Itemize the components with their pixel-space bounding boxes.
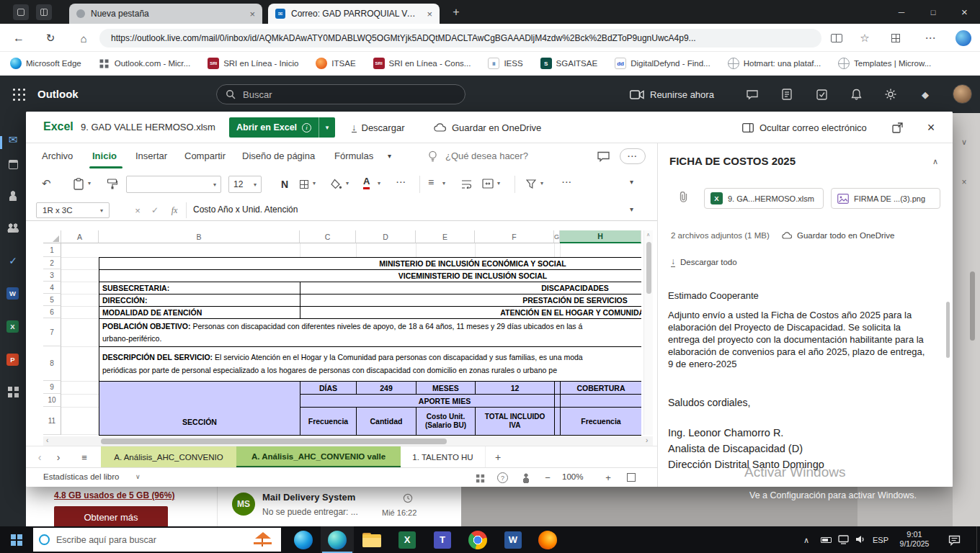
more-apps-icon[interactable] (6, 385, 19, 398)
workspaces-icon[interactable] (36, 4, 52, 20)
ribbon-tab-archivo[interactable]: Archivo (42, 150, 73, 161)
browser-tab-inactive[interactable]: Nueva pestaña × (69, 4, 262, 24)
cell-subsecretaria-value[interactable]: DISCAPACIDADES (300, 282, 641, 294)
row-header-1[interactable]: 1 (43, 243, 61, 257)
collapse-toolbar-icon[interactable]: ▾ (630, 178, 633, 186)
formula-content[interactable]: Costo Año x Unid. Atención (193, 204, 597, 215)
font-size-combobox[interactable]: 12▾ (228, 176, 262, 193)
sheet-list-icon[interactable]: ≡ (78, 451, 91, 464)
taskbar-chrome-icon[interactable] (461, 526, 494, 553)
column-header-g[interactable]: G (554, 230, 560, 243)
word-rail-icon[interactable]: W (6, 287, 19, 300)
borders-dropdown-icon[interactable]: ▾ (313, 180, 316, 186)
font-overflow-icon[interactable]: ··· (396, 178, 406, 186)
split-screen-icon[interactable] (829, 31, 845, 45)
row-header-6[interactable]: 6 (43, 306, 61, 318)
toolbar-overflow-icon[interactable]: ··· (562, 178, 572, 186)
merge-cells-icon[interactable] (481, 177, 494, 190)
favorite-item[interactable]: ITSAE (316, 58, 355, 69)
tray-volume-icon[interactable] (853, 533, 868, 546)
sort-filter-icon[interactable] (525, 177, 538, 190)
todo-icon[interactable] (813, 86, 830, 103)
download-button[interactable]: ↓ Descargar (352, 120, 404, 135)
taskbar-firefox-icon[interactable] (531, 526, 564, 553)
fill-color-icon[interactable] (330, 177, 343, 190)
fx-icon[interactable]: fx (167, 204, 182, 217)
window-maximize-button[interactable]: □ (917, 0, 949, 24)
grid-vscrollbar[interactable]: ∧ (643, 230, 653, 435)
tab-close-icon[interactable]: × (249, 9, 255, 19)
column-header-f[interactable]: F (475, 230, 554, 243)
favorites-star-icon[interactable]: ☆ (856, 30, 873, 47)
favorite-item[interactable]: SRISRI en Línea - Cons... (373, 58, 471, 69)
hide-email-button[interactable]: Ocultar correo electrónico (742, 120, 867, 135)
onenote-icon[interactable] (778, 86, 796, 103)
window-close-button[interactable]: × (949, 0, 980, 24)
help-icon[interactable]: ? (497, 472, 508, 483)
sender-avatar[interactable]: MS (232, 493, 255, 516)
start-button[interactable] (0, 526, 33, 553)
column-header-c[interactable]: C (300, 230, 356, 243)
paste-dropdown-icon[interactable]: ▾ (88, 180, 91, 186)
save-onedrive-button[interactable]: Guardar en OneDrive (434, 120, 541, 135)
cell-costo-unit[interactable]: Costo Unit. (Salario BU) (416, 407, 475, 435)
zoom-level[interactable]: 100% (562, 472, 583, 481)
outlook-app-name[interactable]: Outlook (37, 88, 79, 100)
premium-diamond-icon[interactable]: ◆ (917, 86, 934, 103)
chat-icon[interactable] (744, 86, 761, 103)
groups-icon[interactable] (6, 221, 19, 234)
email-scrollbar-thumb[interactable] (946, 302, 950, 358)
confirm-entry-icon[interactable]: ✓ (148, 204, 161, 217)
fill-dropdown-icon[interactable]: ▾ (346, 180, 349, 186)
hscroll-right-icon[interactable]: › (646, 436, 648, 444)
favorite-item[interactable]: SRISRI en Línea - Inicio (208, 58, 298, 69)
row-header-5[interactable]: 5 (43, 294, 61, 306)
ribbon-tab-insertar[interactable]: Insertar (135, 150, 167, 161)
tray-language[interactable]: ESP (870, 534, 891, 545)
workbook-stats-button[interactable]: Estadísticas del libro (43, 472, 119, 481)
get-more-button[interactable]: Obtener más (54, 506, 168, 528)
cell-dias-label[interactable]: DÍAS (300, 381, 356, 394)
font-name-combobox[interactable]: ▾ (126, 176, 221, 193)
vscroll-thumb[interactable] (646, 242, 651, 294)
action-center-icon[interactable] (945, 533, 963, 547)
font-color-icon[interactable]: A (363, 176, 370, 189)
accessibility-icon[interactable] (520, 472, 532, 484)
url-field[interactable]: https://outlook.live.com/mail/0/inbox/id… (99, 29, 821, 48)
expand-formula-bar-icon[interactable]: ▾ (630, 205, 633, 213)
cell-title2[interactable]: VICEMINISTERIO DE INCLUSIÓN SOCIAL (99, 269, 641, 282)
zoom-out-icon[interactable]: − (542, 472, 553, 483)
calendar-icon[interactable] (6, 158, 19, 171)
comments-icon[interactable] (595, 149, 611, 163)
people-icon[interactable] (6, 189, 19, 202)
sheet-tab-active[interactable]: A. Análisis_AHC_CONVENIO valle (236, 446, 401, 468)
cell-poblacion[interactable]: POBLACIÓN OBJETIVO: Personas con discapa… (99, 318, 641, 346)
column-header-d[interactable]: D (356, 230, 416, 243)
bold-button[interactable]: N (277, 176, 293, 193)
stats-dropdown-icon[interactable]: ∨ (135, 473, 141, 480)
home-icon[interactable]: ⌂ (75, 30, 92, 47)
cell-modalidad-label[interactable]: MODALIDAD DE ATENCIÓN (99, 306, 300, 318)
column-header-h-selected[interactable]: H (560, 230, 641, 243)
wrap-text-icon[interactable] (460, 177, 473, 190)
cell-meses-label[interactable]: MESES (416, 381, 475, 394)
meet-now-button[interactable]: Reunirse ahora (630, 86, 714, 103)
ribbon-tab-formulas[interactable]: Fórmulas (334, 150, 373, 161)
taskbar-teams-icon[interactable]: T (426, 526, 459, 553)
ribbon-overflow-button[interactable]: ··· (620, 148, 646, 164)
new-tab-button[interactable]: + (448, 4, 464, 20)
app-launcher-icon[interactable] (12, 87, 26, 102)
cell-modalidad-value[interactable]: ATENCIÓN EN EL HOGAR Y COMUNIDAD (300, 306, 641, 318)
attachment-chip-xlsm[interactable]: X 9. GA...HERMOSO.xlsm (704, 188, 824, 209)
cell-subsecretaria-label[interactable]: SUBSECRETARIA: (99, 282, 300, 294)
mail-icon[interactable]: ✉ (6, 133, 19, 146)
row-header-3[interactable]: 3 (43, 269, 61, 282)
browser-tab-active[interactable]: ✉ Correo: GAD PARROQUIAL VALLE × (268, 4, 440, 24)
account-avatar[interactable] (953, 84, 972, 104)
storage-quota-link[interactable]: 4.8 GB usados de 5 GB (96%) (54, 490, 174, 500)
close-preview-icon[interactable]: × (921, 117, 941, 138)
row-header-10[interactable]: 10 (43, 394, 61, 407)
filter-dropdown-icon[interactable]: ▾ (540, 180, 543, 186)
viewer-filename[interactable]: 9. GAD VALLE HERMOSO.xlsm (81, 122, 218, 132)
ribbon-tab-inicio[interactable]: Inicio (92, 150, 117, 161)
